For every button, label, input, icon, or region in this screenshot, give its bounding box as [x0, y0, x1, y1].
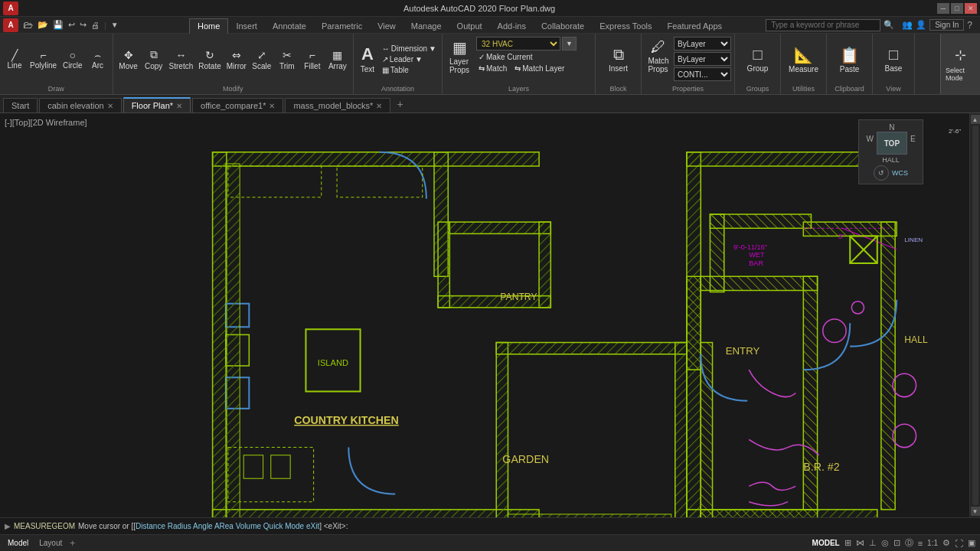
layer-dropdown[interactable]: 32 HVAC — [476, 37, 560, 51]
lineweight-dropdown[interactable]: CONTI... — [674, 67, 731, 81]
tab-output[interactable]: Output — [449, 18, 490, 34]
qat-save[interactable]: 💾 — [51, 20, 65, 30]
match-button[interactable]: ⇆Match — [476, 64, 509, 73]
select-mode-button[interactable]: ⊹ Select Mode — [940, 34, 980, 94]
tab-parametric[interactable]: Parametric — [314, 18, 370, 34]
tab-home[interactable]: Home — [189, 18, 228, 34]
svg-text:BAR: BAR — [749, 259, 763, 267]
dynin-btn[interactable]: Ⓓ — [905, 537, 913, 549]
model-tab[interactable]: Model — [5, 539, 31, 547]
svg-rect-50 — [508, 514, 671, 517]
make-current-button[interactable]: ✓Make Current — [476, 52, 535, 62]
fullscreen-btn[interactable]: ⛶ — [955, 539, 963, 548]
paste-button[interactable]: 📋Paste — [838, 44, 862, 75]
svg-rect-3 — [213, 152, 539, 166]
tab-insert[interactable]: Insert — [228, 18, 265, 34]
leader-button[interactable]: ↗Leader▼ — [380, 54, 439, 64]
measure-button[interactable]: 📐Measure — [786, 44, 821, 75]
right-scrollbar[interactable]: ▲ ▼ — [969, 113, 980, 517]
dimension-button[interactable]: ↔Dimension▼ — [380, 44, 439, 54]
line-button[interactable]: ╱ Line — [3, 48, 26, 71]
mirror-button[interactable]: ⇔Mirror — [224, 47, 249, 72]
cmd-text: Move cursor or [ — [78, 522, 133, 530]
tab-express[interactable]: Express Tools — [592, 18, 659, 34]
prop-panel-btn[interactable]: ▣ — [968, 538, 975, 548]
workspace-btn[interactable]: ⚙ — [942, 538, 950, 548]
arc-button[interactable]: ⌢ Arc — [87, 48, 109, 71]
tab-manage[interactable]: Manage — [403, 18, 449, 34]
trim-button[interactable]: ✂Trim — [275, 47, 299, 72]
qat-new[interactable]: 🗁 — [21, 19, 34, 31]
scroll-down-btn[interactable]: ▼ — [971, 507, 980, 516]
snap-btn[interactable]: ⋈ — [856, 538, 864, 548]
svg-text:HALL: HALL — [904, 334, 928, 345]
osnap-btn[interactable]: ⊡ — [893, 538, 900, 548]
command-input[interactable] — [351, 522, 975, 530]
anno-scale-btn[interactable]: 1:1 — [927, 539, 938, 547]
layer-more-btn[interactable]: ▼ — [562, 37, 577, 51]
draw-group-label: Draw — [3, 83, 109, 93]
add-tab-button[interactable]: + — [392, 96, 407, 112]
grid-btn[interactable]: ⊞ — [844, 538, 851, 548]
tab-collaborate[interactable]: Collaborate — [534, 18, 592, 34]
polar-btn[interactable]: ◎ — [881, 538, 889, 548]
group-button[interactable]: □Group — [745, 44, 771, 74]
layout-tab[interactable]: Layout — [36, 539, 65, 547]
tab-office-compare[interactable]: office_compare1*✕ — [192, 98, 283, 112]
svg-rect-4 — [213, 152, 227, 517]
hall-label-cube: HALL — [882, 156, 900, 164]
signin-button[interactable]: Sign In — [929, 19, 964, 31]
close-btn[interactable]: ✕ — [965, 3, 977, 14]
east-label: E — [910, 135, 916, 143]
tab-mass-model[interactable]: mass_model_blocks*✕ — [285, 98, 390, 112]
color-dropdown[interactable]: ByLayer — [674, 37, 731, 51]
table-button[interactable]: ▦Table — [380, 65, 439, 75]
svg-text:PANTRY: PANTRY — [500, 292, 537, 302]
tab-cabin-elevation[interactable]: cabin elevation✕ — [39, 98, 121, 112]
add-layout-btn[interactable]: + — [70, 538, 75, 549]
nav-cube[interactable]: W N TOP E HALL ↺ WCS 2'-6" — [858, 119, 923, 184]
restore-btn[interactable]: □ — [951, 3, 963, 14]
tab-featured[interactable]: Featured Apps — [659, 18, 730, 34]
qat-dropdown[interactable]: ▼ — [109, 21, 120, 29]
svg-rect-22 — [803, 276, 817, 510]
qat-redo[interactable]: ↪ — [78, 20, 88, 30]
svg-rect-12 — [496, 343, 687, 354]
scroll-up-btn[interactable]: ▲ — [971, 115, 980, 124]
window-controls: ─ □ ✕ — [937, 3, 977, 14]
insert-button[interactable]: ⧉Insert — [606, 44, 630, 74]
qat-open[interactable]: 📂 — [36, 20, 50, 30]
ortho-btn[interactable]: ⊥ — [869, 538, 877, 548]
tab-view[interactable]: View — [370, 18, 403, 34]
rotate-button[interactable]: ↻Rotate — [196, 47, 223, 72]
tab-annotate[interactable]: Annotate — [265, 18, 314, 34]
svg-text:ENTRY: ENTRY — [726, 345, 760, 357]
text-button[interactable]: AText — [357, 44, 378, 74]
array-button[interactable]: ▦Array — [325, 47, 350, 72]
move-button[interactable]: ✥Move — [116, 47, 141, 72]
linetype-dropdown[interactable]: ByLayer — [674, 52, 731, 66]
tab-floor-plan[interactable]: Floor Plan*✕ — [123, 97, 191, 112]
stretch-button[interactable]: ↔Stretch — [167, 47, 196, 72]
polyline-button[interactable]: ⌐ Polyline — [28, 48, 59, 71]
copy-button[interactable]: ⧉Copy — [142, 47, 166, 72]
qat-undo[interactable]: ↩ — [67, 20, 77, 30]
drawing-area[interactable]: [-][Top][2D Wireframe] — [0, 113, 969, 517]
minimize-btn[interactable]: ─ — [937, 3, 949, 14]
search-input[interactable] — [766, 19, 880, 31]
lineweight-status-btn[interactable]: ≡ — [918, 539, 923, 548]
top-cube-face[interactable]: TOP — [877, 132, 907, 155]
scale-button[interactable]: ⤢Scale — [250, 47, 274, 72]
tab-addins[interactable]: Add-ins — [490, 18, 534, 34]
qat-print[interactable]: 🖨 — [90, 21, 101, 30]
fillet-button[interactable]: ⌐Fillet — [300, 47, 325, 72]
base-button[interactable]: □Base — [883, 44, 905, 74]
svg-rect-20 — [687, 276, 701, 370]
model-label: MODEL — [812, 539, 840, 547]
match-layer-button[interactable]: ⇆Match Layer — [512, 64, 567, 73]
layer-properties-button[interactable]: ▦LayerProps — [446, 37, 473, 76]
ribbon-group-draw: ╱ Line ⌐ Polyline ○ Circle ⌢ Arc Draw — [0, 34, 113, 94]
circle-button[interactable]: ○ Circle — [60, 48, 85, 71]
match-properties-button[interactable]: 🖊MatchProps — [645, 37, 672, 75]
tab-start[interactable]: Start — [3, 98, 38, 112]
